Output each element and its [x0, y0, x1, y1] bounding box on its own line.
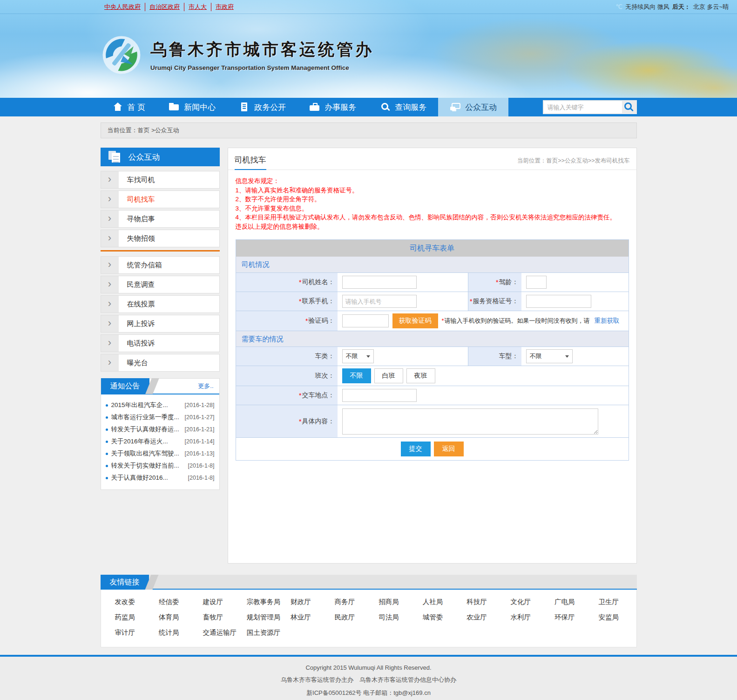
- notice-item[interactable]: 转发关于认真做好春运... [2016-1-21]: [106, 423, 215, 435]
- friendly-link[interactable]: 农业厅: [456, 610, 500, 625]
- cert-input[interactable]: [526, 295, 591, 308]
- friendly-link[interactable]: 发改委: [105, 594, 149, 610]
- shift-option-button[interactable]: 白班: [374, 368, 403, 383]
- notice-item-date: [2016-1-8]: [188, 462, 215, 469]
- driver-name-input[interactable]: [342, 276, 417, 289]
- friendly-link[interactable]: 建设厅: [192, 594, 236, 610]
- sidebar-item[interactable]: 失物招领: [101, 230, 220, 247]
- site-footer: Copyright 2015 Wulumuqi All Rights Reser…: [0, 655, 737, 700]
- nav-item[interactable]: 查询服务: [368, 98, 438, 116]
- nav-list: 首 页 新闻中心 政务公开 办事服务: [101, 98, 509, 116]
- phone-input[interactable]: [342, 295, 417, 308]
- friendly-link[interactable]: 财政厅: [280, 594, 324, 610]
- friendly-link[interactable]: 宗教事务局: [237, 594, 280, 610]
- row-name-years: * 司机姓名： * 驾龄：: [236, 272, 629, 292]
- friendly-link[interactable]: 经信委: [149, 594, 192, 610]
- get-captcha-button[interactable]: 获取验证码: [392, 313, 438, 328]
- submit-button[interactable]: 提交: [401, 442, 431, 456]
- nav-item[interactable]: 首 页: [101, 98, 157, 116]
- shift-option-button[interactable]: 夜班: [406, 368, 435, 383]
- notice-more-link[interactable]: 更多..: [198, 382, 219, 390]
- friendly-link[interactable]: 广电局: [544, 594, 588, 610]
- nav-item[interactable]: 公众互动: [438, 98, 508, 116]
- breadcrumb: 当前位置：首页 >公众互动: [101, 122, 637, 138]
- bullet-icon: [106, 404, 108, 407]
- notice-item-date: [2016-1-14]: [185, 438, 215, 445]
- car-model-select[interactable]: 不限: [526, 349, 573, 363]
- notice-item[interactable]: 关于领取出租汽车驾驶... [2016-1-13]: [106, 448, 215, 460]
- shift-option-button[interactable]: 不限: [342, 368, 371, 383]
- temperature-symbol: ℃: [616, 3, 623, 10]
- notice-item-title: 城市客运行业第一季度...: [111, 413, 185, 421]
- back-button[interactable]: 返回: [434, 442, 464, 456]
- friendly-link[interactable]: 环保厅: [544, 610, 588, 625]
- handover-place-input[interactable]: [342, 389, 417, 402]
- sidebar-item[interactable]: 车找司机: [101, 171, 220, 189]
- detail-content-textarea[interactable]: [342, 408, 599, 435]
- driving-years-input[interactable]: [526, 276, 547, 289]
- sidebar-item[interactable]: 曝光台: [101, 354, 220, 372]
- friendly-link[interactable]: 林业厅: [280, 610, 324, 625]
- notice-item[interactable]: 城市客运行业第一季度... [2016-1-27]: [106, 411, 215, 423]
- car-class-select[interactable]: 不限: [342, 349, 374, 363]
- friendly-link[interactable]: 国土资源厅: [237, 625, 280, 640]
- top-bar: 中央人民政府自治区政府市人大市政府 ℃ 无持续风向 微风 后天： 北京 多云~晴: [0, 0, 737, 14]
- notice-item[interactable]: 关于认真做好2016... [2016-1-8]: [106, 472, 215, 484]
- friendly-link[interactable]: 统计局: [149, 625, 192, 640]
- query-icon: [379, 102, 391, 112]
- sidebar-item-label: 曝光台: [127, 359, 148, 367]
- rule-line: 违反以上规定的信息将被删除。: [236, 222, 629, 231]
- friendly-link[interactable]: 体育局: [149, 610, 192, 625]
- sidebar-item[interactable]: 在线投票: [101, 295, 220, 313]
- friendly-link[interactable]: 城管委: [412, 610, 456, 625]
- friendly-link[interactable]: 招商局: [368, 594, 412, 610]
- friendly-link[interactable]: 科技厅: [456, 594, 500, 610]
- friendly-link[interactable]: 交通运输厅: [192, 625, 236, 640]
- friendly-link[interactable]: 卫生厅: [588, 594, 632, 610]
- sidebar-item[interactable]: 寻物启事: [101, 210, 220, 228]
- nav-item-label: 政务公开: [254, 102, 286, 113]
- nav-item[interactable]: 新闻中心: [157, 98, 227, 116]
- friendly-link[interactable]: 药监局: [105, 610, 149, 625]
- gov-link[interactable]: 中央人民政府: [100, 3, 145, 11]
- icp-text: 新ICP备05001262号 电子邮箱：tgb@xj169.cn: [0, 689, 737, 697]
- friendly-link[interactable]: 人社局: [412, 594, 456, 610]
- notice-title: 通知公告: [101, 378, 149, 394]
- breadcrumb-text: 当前位置：首页 >公众互动: [108, 127, 179, 134]
- friendly-link[interactable]: 畜牧厅: [192, 610, 236, 625]
- chevron-right-icon: [101, 296, 119, 313]
- friendly-link[interactable]: 司法局: [368, 610, 412, 625]
- sidebar-item-label: 车找司机: [127, 176, 155, 184]
- nav-item[interactable]: 办事服务: [298, 98, 368, 116]
- sidebar-item[interactable]: 司机找车: [101, 190, 220, 208]
- friendly-link[interactable]: 水利厅: [500, 610, 544, 625]
- friendly-link[interactable]: 审计厅: [105, 625, 149, 640]
- notice-item[interactable]: 转发关于切实做好当前... [2016-1-8]: [106, 460, 215, 472]
- chevron-right-icon: [101, 354, 119, 371]
- captcha-input[interactable]: [342, 314, 389, 327]
- friendly-link[interactable]: 安监局: [588, 610, 632, 625]
- required-asterisk: *: [496, 279, 498, 286]
- notice-header: 通知公告 更多..: [101, 379, 219, 394]
- friendly-link[interactable]: 民政厅: [325, 610, 368, 625]
- gov-link[interactable]: 市人大: [184, 3, 211, 11]
- search-button[interactable]: [622, 101, 636, 113]
- sidebar-item[interactable]: 民意调查: [101, 276, 220, 293]
- notice-item[interactable]: 关于2016年春运火... [2016-1-14]: [106, 435, 215, 448]
- friendly-link[interactable]: 文化厅: [500, 594, 544, 610]
- gov-link[interactable]: 自治区政府: [145, 3, 184, 11]
- nav-item[interactable]: 政务公开: [227, 98, 298, 116]
- phone-label: * 联系手机：: [236, 292, 338, 311]
- captcha-retry-link[interactable]: 重新获取: [595, 317, 620, 325]
- friendly-link[interactable]: 商务厅: [325, 594, 368, 610]
- search-input[interactable]: [544, 101, 622, 113]
- sidebar-item[interactable]: 统管办信箱: [101, 256, 220, 274]
- site-logo-icon: [100, 34, 143, 76]
- page-title: 司机找车: [235, 155, 266, 170]
- sidebar-item[interactable]: 电话投诉: [101, 334, 220, 352]
- friendly-link[interactable]: 规划管理局: [237, 610, 280, 625]
- notice-item[interactable]: 2015年出租汽车企... [2016-1-28]: [106, 399, 215, 411]
- sidebar-item[interactable]: 网上投诉: [101, 315, 220, 333]
- gov-link[interactable]: 市政府: [211, 3, 238, 11]
- orange-divider: [101, 250, 220, 251]
